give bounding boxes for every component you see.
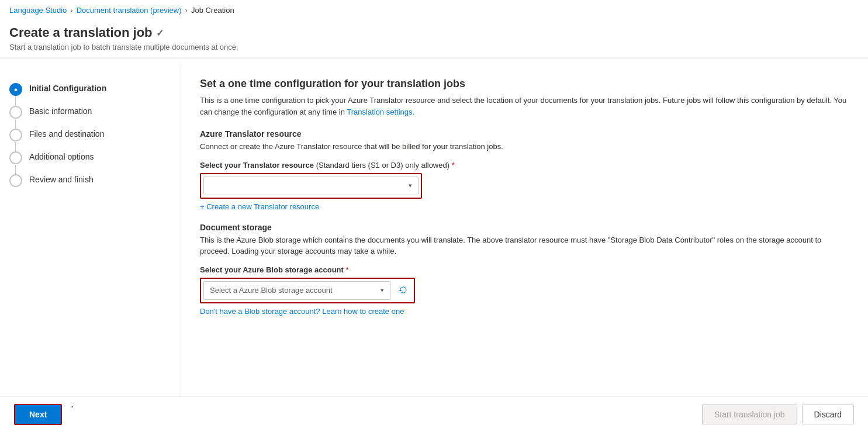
page-subtitle: Start a translation job to batch transla… xyxy=(9,43,859,51)
step-circle-2 xyxy=(9,106,22,119)
main-layout: ● Initial Configuration Basic informatio… xyxy=(0,64,868,420)
page-title: Create a translation job ✓ xyxy=(9,25,859,40)
translation-settings-link[interactable]: Translation settings. xyxy=(347,108,414,116)
blob-storage-select[interactable]: Select a Azure Blob storage account ▾ xyxy=(203,281,390,300)
translator-resource-select[interactable]: ▾ xyxy=(203,177,419,195)
no-blob-account-link[interactable]: Don't have a Blob storage account? Learn… xyxy=(200,307,404,316)
document-storage-desc: This is the Azure Blob storage which con… xyxy=(200,234,849,257)
create-translator-resource-link[interactable]: + Create a new Translator resource xyxy=(200,202,319,211)
step-label-1: Initial Configuration xyxy=(29,82,106,93)
azure-translator-title: Azure Translator resource xyxy=(200,129,849,139)
step-label-5: Review and finish xyxy=(29,174,94,184)
step-label-3: Files and destination xyxy=(29,128,104,139)
breadcrumb-job-creation: Job Creation xyxy=(191,6,234,15)
azure-translator-desc: Connect or create the Azure Translator r… xyxy=(200,141,849,153)
blob-storage-form-group: Select your Azure Blob storage account *… xyxy=(200,265,849,316)
page-header: Create a translation job ✓ Start a trans… xyxy=(0,20,868,54)
step-list: ● Initial Configuration Basic informatio… xyxy=(9,78,171,192)
step-files-dest[interactable]: Files and destination xyxy=(9,123,171,146)
azure-translator-section: Azure Translator resource Connect or cre… xyxy=(200,129,849,211)
refresh-icon xyxy=(397,285,409,296)
blob-storage-select-wrapper: Select a Azure Blob storage account ▾ xyxy=(200,278,415,303)
breadcrumb-sep-2: › xyxy=(185,6,188,15)
next-button[interactable]: Next xyxy=(14,404,62,420)
step-circle-1: ● xyxy=(9,83,22,96)
content-description: This is a one time configuration to pick… xyxy=(200,95,849,117)
step-label-4: Additional options xyxy=(29,151,94,161)
document-storage-title: Document storage xyxy=(200,223,849,232)
step-additional-opts[interactable]: Additional options xyxy=(9,146,171,169)
blob-storage-label: Select your Azure Blob storage account * xyxy=(200,265,849,274)
start-translation-job-button: Start translation job xyxy=(702,405,797,420)
blob-select-row: Select a Azure Blob storage account ▾ xyxy=(203,281,411,300)
breadcrumb-language-studio[interactable]: Language Studio xyxy=(9,6,67,15)
content-heading: Set a one time configuration for your tr… xyxy=(200,78,849,90)
main-content: Set a one time configuration for your tr… xyxy=(181,64,868,420)
blob-refresh-button[interactable] xyxy=(395,282,411,299)
translator-select-chevron-icon: ▾ xyxy=(409,182,412,189)
footer-right: Start translation job Discard xyxy=(702,405,854,420)
step-review-finish[interactable]: Review and finish xyxy=(9,169,171,192)
translator-resource-form-group: Select your Translator resource (Standar… xyxy=(200,161,849,211)
header-divider xyxy=(0,58,868,59)
blob-select-chevron-icon: ▾ xyxy=(381,286,384,294)
sidebar: ● Initial Configuration Basic informatio… xyxy=(0,64,181,420)
footer-dot: • xyxy=(71,404,73,420)
step-initial-config[interactable]: ● Initial Configuration xyxy=(9,78,171,101)
step-circle-5 xyxy=(9,174,22,187)
step-circle-4 xyxy=(9,151,22,164)
step-circle-3 xyxy=(9,129,22,141)
breadcrumb-doc-translation[interactable]: Document translation (preview) xyxy=(77,6,182,15)
document-storage-section: Document storage This is the Azure Blob … xyxy=(200,223,849,316)
discard-button[interactable]: Discard xyxy=(802,405,854,420)
breadcrumb: Language Studio › Document translation (… xyxy=(0,0,868,20)
breadcrumb-sep-1: › xyxy=(70,6,72,15)
title-checkmark: ✓ xyxy=(156,27,164,39)
footer: Next • Start translation job Discard xyxy=(0,396,868,420)
blob-select-placeholder: Select a Azure Blob storage account xyxy=(210,286,333,295)
translator-resource-label: Select your Translator resource (Standar… xyxy=(200,161,849,170)
translator-resource-select-wrapper: ▾ xyxy=(200,173,422,199)
footer-left: Next • xyxy=(14,404,73,420)
step-basic-info[interactable]: Basic information xyxy=(9,101,171,123)
step-label-2: Basic information xyxy=(29,105,92,116)
